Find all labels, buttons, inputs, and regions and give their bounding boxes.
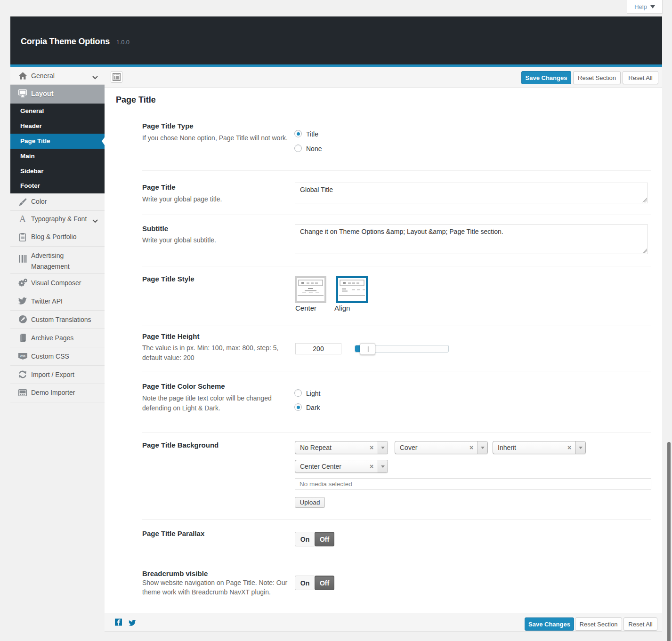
svg-text:css: css	[20, 354, 25, 358]
